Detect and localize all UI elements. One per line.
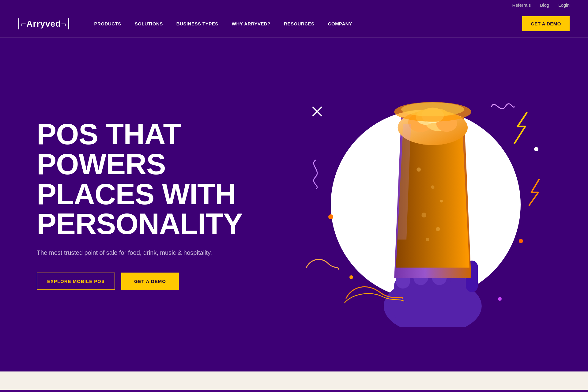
svg-point-23 (421, 213, 426, 217)
swirl-deco-2 (303, 255, 340, 281)
explore-mobile-pos-button[interactable]: EXPLORE MOBILE POS (37, 273, 115, 290)
bottom-strip (0, 371, 588, 390)
svg-point-7 (534, 147, 538, 151)
nav-item-products[interactable]: PRODUCTS (88, 10, 128, 38)
get-demo-hero-button[interactable]: GET A DEMO (121, 273, 179, 290)
svg-point-28 (401, 102, 464, 116)
nav-item-resources[interactable]: RESOURCES (277, 10, 321, 38)
svg-point-26 (436, 227, 440, 231)
svg-point-2 (328, 214, 333, 219)
referrals-link[interactable]: Referrals (512, 2, 531, 8)
logo-text: ⌐Arryved¬ (18, 18, 69, 29)
nav-item-solutions[interactable]: SOLUTIONS (128, 10, 170, 38)
svg-point-4 (519, 239, 523, 243)
hero-title: POS THAT POWERS PLACES WITH PERSONALITY (37, 119, 245, 239)
svg-point-22 (431, 185, 434, 189)
swirl-deco (343, 280, 404, 312)
blog-link[interactable]: Blog (540, 2, 549, 8)
svg-point-25 (426, 238, 429, 241)
hero-buttons: EXPLORE MOBILE POS GET A DEMO (37, 273, 245, 290)
nav-item-company[interactable]: COMPANY (321, 10, 359, 38)
top-bar: Referrals Blog Login (0, 0, 588, 10)
get-demo-nav-button[interactable]: GET A DEMO (522, 16, 570, 31)
login-link[interactable]: Login (558, 2, 570, 8)
hero-illustration (288, 67, 564, 342)
logo[interactable]: ⌐Arryved¬ (18, 18, 69, 29)
nav-item-business-types[interactable]: BUSINESS TYPES (170, 10, 225, 38)
hero-subtitle: The most trusted point of sale for food,… (37, 248, 245, 257)
dot-deco-1 (328, 214, 334, 221)
navbar: ⌐Arryved¬ PRODUCTS SOLUTIONS BUSINESS TY… (0, 10, 588, 38)
svg-point-21 (417, 168, 421, 172)
dot-deco-3 (518, 238, 524, 245)
hero-content: POS THAT POWERS PLACES WITH PERSONALITY … (37, 119, 245, 290)
hero-section: POS THAT POWERS PLACES WITH PERSONALITY … (0, 38, 588, 371)
wavy-deco-1 (306, 159, 325, 190)
x-deco-1 (312, 107, 322, 118)
nav-links: PRODUCTS SOLUTIONS BUSINESS TYPES WHY AR… (88, 10, 522, 38)
svg-point-24 (440, 200, 443, 202)
lightning-deco-2 (524, 177, 545, 209)
dot-deco-white (533, 146, 539, 153)
nav-item-why-arryved[interactable]: WHY ARRYVED? (225, 10, 277, 38)
